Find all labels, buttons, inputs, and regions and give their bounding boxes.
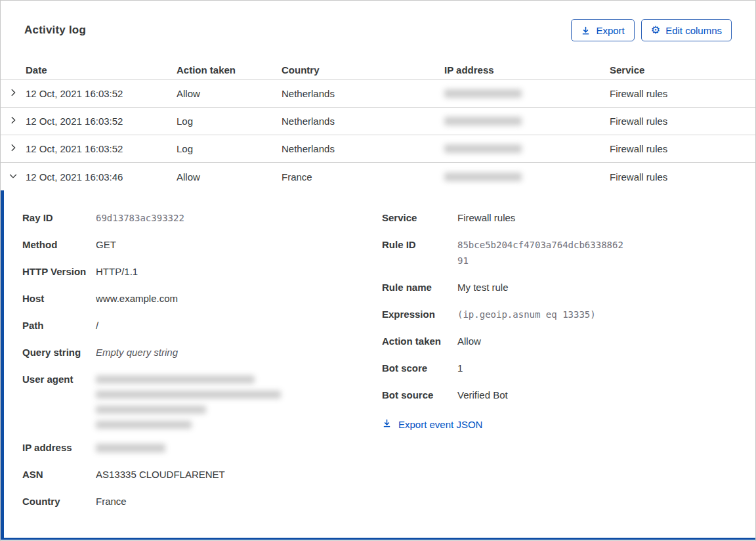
http-version-value: HTTP/1.1 — [96, 264, 138, 280]
row-country: Netherlands — [282, 143, 444, 154]
bot-score-value: 1 — [457, 360, 463, 376]
detail-field-method: Method GET — [22, 237, 382, 253]
chevron-right-icon — [9, 88, 18, 99]
row-ip-redacted — [444, 117, 610, 125]
expression-value: (ip.geoip.asnum eq 13335) — [457, 307, 596, 322]
bot-source-value: Verified Bot — [457, 387, 508, 403]
action-taken-value: Allow — [457, 334, 481, 349]
host-value: www.example.com — [96, 291, 178, 307]
rule-id-value: 85bce5b204cf4703a764dcb633886291 — [457, 237, 627, 269]
detail-field-action-taken: Action taken Allow — [382, 334, 755, 349]
row-ip-redacted — [444, 89, 610, 98]
ip-address-redacted — [96, 440, 165, 456]
chevron-down-icon — [9, 171, 18, 183]
export-button[interactable]: Export — [571, 19, 634, 41]
rule-name-value: My test rule — [457, 280, 509, 295]
chevron-right-icon — [9, 143, 18, 154]
detail-field-host: Host www.example.com — [22, 291, 382, 307]
table-row-expanded[interactable]: 12 Oct, 2021 16:03:46 Allow France Firew… — [1, 163, 755, 190]
row-ip-redacted — [444, 144, 610, 153]
detail-field-path: Path / — [22, 318, 382, 334]
export-event-json-link[interactable]: Export event JSON — [382, 418, 482, 430]
row-country: Netherlands — [282, 116, 444, 127]
toolbar: Export ⚙ Edit columns — [571, 19, 732, 41]
column-header-country: Country — [282, 64, 444, 76]
row-country: France — [282, 171, 444, 183]
download-icon — [581, 26, 591, 35]
detail-field-query-string: Query string Empty query string — [22, 345, 382, 360]
row-service: Firewall rules — [610, 116, 755, 127]
detail-field-country: Country France — [22, 494, 382, 509]
detail-field-rule-name: Rule name My test rule — [382, 280, 755, 295]
table-row[interactable]: 12 Oct, 2021 16:03:52 Log Netherlands Fi… — [1, 108, 755, 135]
user-agent-redacted — [96, 372, 281, 429]
path-value: / — [96, 318, 98, 334]
row-ip-redacted — [444, 173, 610, 181]
row-service: Firewall rules — [610, 143, 755, 154]
service-value: Firewall rules — [457, 210, 515, 226]
activity-log-panel: Activity log Export ⚙ Edit columns Date … — [0, 0, 756, 541]
ray-id-value: 69d13783ac393322 — [96, 210, 184, 226]
row-country: Netherlands — [282, 88, 444, 99]
row-service: Firewall rules — [610, 88, 755, 99]
detail-left-column: Ray ID 69d13783ac393322 Method GET HTTP … — [22, 210, 382, 538]
row-action: Allow — [177, 88, 282, 99]
column-header-action-taken: Action taken — [177, 64, 282, 76]
gear-icon: ⚙ — [651, 25, 660, 35]
column-header-ip-address: IP address — [444, 64, 610, 76]
edit-columns-button[interactable]: ⚙ Edit columns — [641, 19, 732, 41]
detail-field-rule-id: Rule ID 85bce5b204cf4703a764dcb633886291 — [382, 237, 755, 269]
table-row[interactable]: 12 Oct, 2021 16:03:52 Allow Netherlands … — [1, 80, 755, 108]
row-action: Log — [177, 143, 282, 154]
expand-row-button[interactable] — [1, 116, 26, 127]
event-detail-panel: Ray ID 69d13783ac393322 Method GET HTTP … — [1, 190, 755, 540]
detail-field-expression: Expression (ip.geoip.asnum eq 13335) — [382, 307, 755, 322]
row-date: 12 Oct, 2021 16:03:52 — [26, 116, 177, 127]
column-header-date: Date — [26, 64, 177, 76]
download-icon — [382, 418, 392, 430]
method-value: GET — [96, 237, 116, 253]
detail-field-asn: ASN AS13335 CLOUDFLARENET — [22, 467, 382, 483]
export-button-label: Export — [596, 25, 624, 36]
row-service: Firewall rules — [610, 171, 755, 183]
detail-field-ip-address: IP address — [22, 440, 382, 456]
row-date: 12 Oct, 2021 16:03:52 — [26, 143, 177, 154]
page-title: Activity log — [24, 24, 86, 37]
detail-field-user-agent: User agent — [22, 372, 382, 429]
detail-field-ray-id: Ray ID 69d13783ac393322 — [22, 210, 382, 226]
detail-field-http-version: HTTP Version HTTP/1.1 — [22, 264, 382, 280]
edit-columns-button-label: Edit columns — [665, 25, 722, 36]
row-date: 12 Oct, 2021 16:03:46 — [26, 171, 177, 183]
header: Activity log Export ⚙ Edit columns — [1, 1, 755, 60]
row-action: Log — [177, 116, 282, 127]
table-row[interactable]: 12 Oct, 2021 16:03:52 Log Netherlands Fi… — [1, 135, 755, 163]
detail-field-service: Service Firewall rules — [382, 210, 755, 226]
query-string-value: Empty query string — [96, 345, 178, 360]
chevron-right-icon — [9, 116, 18, 127]
asn-value: AS13335 CLOUDFLARENET — [96, 467, 225, 483]
row-date: 12 Oct, 2021 16:03:52 — [26, 88, 177, 99]
export-event-json-label: Export event JSON — [398, 419, 482, 430]
row-action: Allow — [177, 171, 282, 183]
detail-field-bot-score: Bot score 1 — [382, 360, 755, 376]
detail-right-column: Service Firewall rules Rule ID 85bce5b20… — [382, 210, 755, 538]
column-header-service: Service — [610, 64, 755, 76]
expand-row-button[interactable] — [1, 88, 26, 99]
collapse-row-button[interactable] — [1, 171, 26, 183]
detail-field-bot-source: Bot source Verified Bot — [382, 387, 755, 403]
country-value: France — [96, 494, 127, 509]
expand-row-button[interactable] — [1, 143, 26, 154]
table-header: Date Action taken Country IP address Ser… — [1, 60, 755, 80]
